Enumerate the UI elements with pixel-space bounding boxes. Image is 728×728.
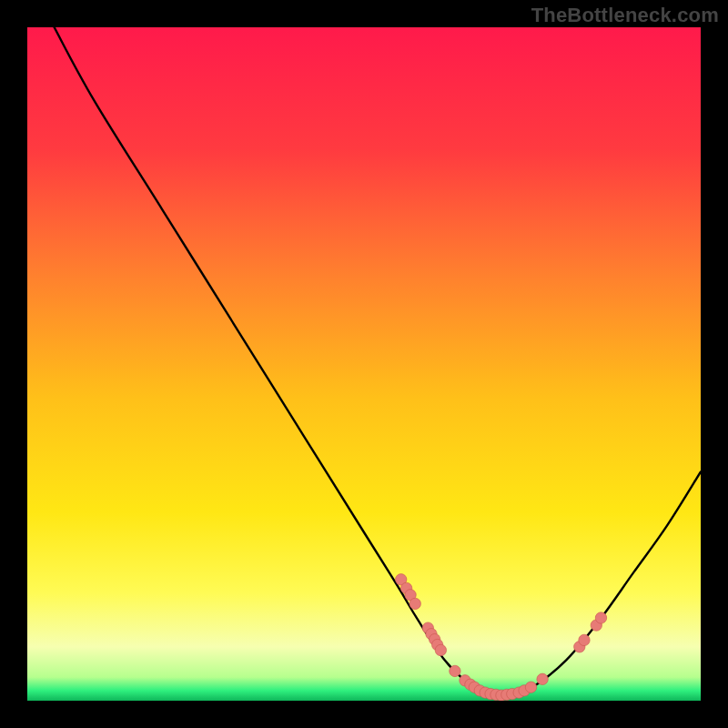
data-marker [435,644,446,655]
data-marker [579,634,590,645]
watermark-text: TheBottleneck.com [531,4,719,27]
data-marker [410,598,420,609]
plot-area [27,27,701,701]
bottleneck-curve [55,27,701,695]
data-marker [537,673,548,684]
data-marker [595,612,606,623]
chart-frame: TheBottleneck.com [0,0,728,728]
chart-svg [27,27,701,701]
data-marker [525,682,536,693]
data-marker [450,665,460,676]
markers-group [396,574,607,701]
